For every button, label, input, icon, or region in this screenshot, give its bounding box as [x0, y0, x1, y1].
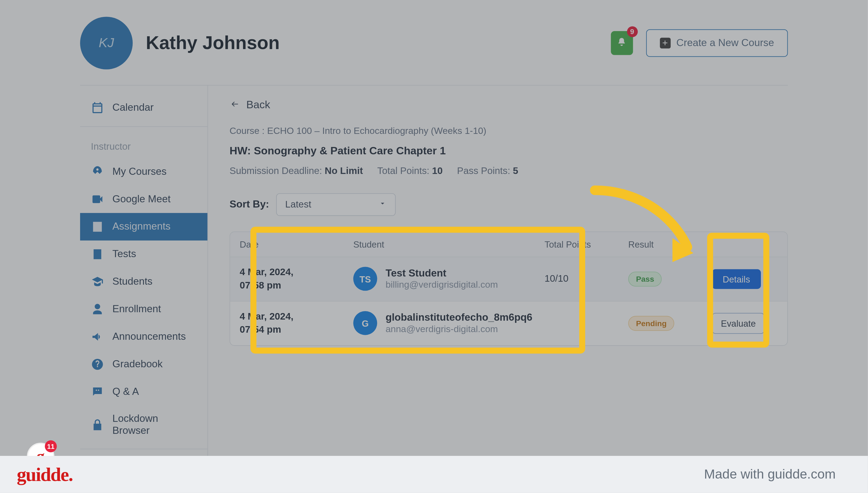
sort-select[interactable]: Latest	[276, 193, 396, 216]
student-avatar: TS	[353, 267, 377, 291]
cell-points: 10/10	[545, 274, 628, 284]
plus-icon: +	[660, 38, 670, 48]
sidebar-item-label: Announcements	[112, 331, 186, 343]
tests-icon	[91, 248, 104, 261]
col-date: Date	[240, 239, 353, 250]
col-total-points: Total Points	[545, 239, 628, 250]
sort-row: Sort By: Latest	[229, 193, 787, 216]
col-student: Student	[353, 239, 545, 250]
sidebar-item-label: Students	[112, 276, 152, 288]
sidebar-item-label: Lockdown Browser	[112, 413, 197, 437]
cell-student: G globalinstituteofecho_8m6pq6 anna@verd…	[353, 311, 545, 335]
calendar-icon	[91, 101, 104, 114]
layout: Calendar Instructor My Courses Google Me…	[0, 86, 868, 479]
back-label: Back	[246, 99, 270, 111]
cell-date: 4 Mar, 2024, 07:54 pm	[240, 310, 353, 337]
bell-icon	[617, 37, 626, 50]
assignments-icon	[91, 220, 104, 233]
gradebook-icon	[91, 358, 104, 371]
enrollment-icon	[91, 303, 104, 316]
chevron-down-icon	[379, 199, 387, 210]
table-header: Date Student Total Points Result	[230, 232, 787, 257]
user-avatar[interactable]: KJ	[80, 17, 133, 69]
sidebar-divider	[80, 126, 207, 127]
meta-pass-points: Pass Points: 5	[457, 166, 518, 176]
cell-action: Details	[712, 269, 778, 289]
sidebar-item-label: My Courses	[112, 166, 166, 178]
cell-result: Pass	[628, 272, 712, 286]
notification-count-badge: 9	[626, 26, 637, 37]
header: KJ Kathy Johnson 9 + Create a New Course	[0, 0, 868, 85]
sidebar-item-label: Gradebook	[112, 358, 163, 370]
megaphone-icon	[91, 330, 104, 343]
sidebar-item-qa[interactable]: Q & A	[80, 378, 207, 406]
user-name: Kathy Johnson	[146, 32, 611, 54]
student-name: globalinstituteofecho_8m6pq6	[386, 312, 532, 324]
sidebar-item-students[interactable]: Students	[80, 268, 207, 296]
footer-bar: guidde. Made with guidde.com	[0, 456, 868, 493]
sidebar-item-assignments[interactable]: Assignments	[80, 213, 207, 240]
cell-student: TS Test Student billing@verdigrisdigital…	[353, 267, 545, 291]
cell-result: Pending	[628, 316, 712, 331]
result-badge-pass: Pass	[628, 272, 662, 286]
cell-date: 4 Mar, 2024, 07:58 pm	[240, 265, 353, 292]
back-link[interactable]: Back	[229, 99, 270, 111]
table-row: 4 Mar, 2024, 07:54 pm G globalinstituteo…	[230, 301, 787, 345]
meta-deadline: Submission Deadline: No Limit	[229, 166, 363, 176]
table-row: 4 Mar, 2024, 07:58 pm TS Test Student bi…	[230, 257, 787, 301]
main-content: Back Course : ECHO 100 – Intro to Echoca…	[208, 86, 868, 479]
sidebar-item-tests[interactable]: Tests	[80, 240, 207, 268]
sidebar-item-label: Assignments	[112, 221, 170, 233]
result-badge-pending: Pending	[628, 316, 675, 331]
app-root: KJ Kathy Johnson 9 + Create a New Course…	[0, 0, 868, 493]
footer-brand: guidde.	[17, 463, 72, 485]
sidebar-item-label: Q & A	[112, 386, 139, 398]
sidebar-item-lockdown[interactable]: Lockdown Browser	[80, 406, 207, 444]
sidebar-section-instructor: Instructor	[80, 129, 207, 158]
arrow-left-icon	[229, 99, 240, 111]
sidebar-item-announcements[interactable]: Announcements	[80, 323, 207, 351]
assignment-meta: Submission Deadline: No Limit Total Poin…	[229, 166, 787, 176]
sidebar-item-label: Tests	[112, 249, 136, 260]
student-email: billing@verdigrisdigital.com	[386, 279, 498, 290]
students-icon	[91, 275, 104, 288]
notifications-button[interactable]: 9	[611, 31, 633, 55]
lock-icon	[91, 418, 104, 431]
cell-action: Evaluate	[712, 313, 778, 334]
sidebar: Calendar Instructor My Courses Google Me…	[80, 86, 208, 479]
sort-value: Latest	[285, 199, 312, 210]
sidebar-item-google-meet[interactable]: Google Meet	[80, 186, 207, 213]
sidebar-item-label: Google Meet	[112, 193, 170, 205]
create-course-button[interactable]: + Create a New Course	[646, 29, 788, 57]
sidebar-item-label: Calendar	[112, 102, 153, 114]
course-line: Course : ECHO 100 – Intro to Echocardiog…	[229, 126, 787, 136]
sidebar-item-calendar[interactable]: Calendar	[80, 94, 207, 121]
video-icon	[91, 193, 104, 206]
details-button[interactable]: Details	[712, 269, 761, 289]
create-course-label: Create a New Course	[677, 37, 774, 49]
footer-credit: Made with guidde.com	[704, 467, 836, 482]
sidebar-item-enrollment[interactable]: Enrollment	[80, 296, 207, 323]
guidde-bubble-count: 11	[45, 441, 57, 452]
sidebar-divider-bottom	[80, 449, 207, 449]
submissions-table: Date Student Total Points Result 4 Mar, …	[229, 232, 787, 345]
col-result: Result	[628, 239, 712, 250]
evaluate-button[interactable]: Evaluate	[712, 313, 765, 334]
qa-icon	[91, 385, 104, 399]
meta-total-points: Total Points: 10	[377, 166, 443, 176]
sidebar-item-my-courses[interactable]: My Courses	[80, 158, 207, 186]
sort-label: Sort By:	[229, 198, 269, 211]
assignment-title: HW: Sonography & Patient Care Chapter 1	[229, 145, 787, 157]
rocket-icon	[91, 165, 104, 178]
avatar-initials: KJ	[99, 35, 114, 51]
sidebar-item-gradebook[interactable]: Gradebook	[80, 351, 207, 378]
sidebar-item-label: Enrollment	[112, 303, 161, 315]
student-name: Test Student	[386, 268, 498, 280]
student-avatar: G	[353, 311, 377, 335]
student-email: anna@verdigris-digital.com	[386, 324, 532, 334]
